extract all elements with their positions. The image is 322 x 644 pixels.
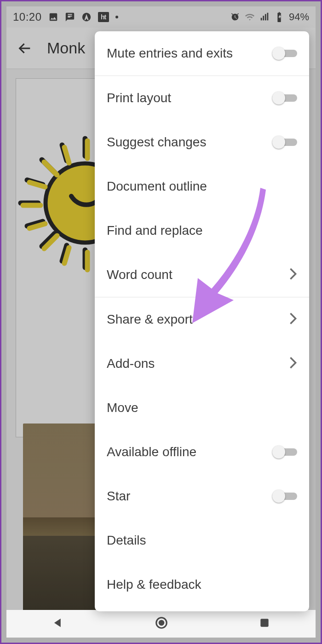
- overflow-menu: Mute entries and exits Print layout Sugg…: [95, 31, 309, 611]
- toggle-offline[interactable]: [272, 446, 297, 458]
- menu-suggest-changes[interactable]: Suggest changes: [95, 120, 309, 164]
- menu-label: Help & feedback: [107, 577, 201, 592]
- menu-move[interactable]: Move: [95, 386, 309, 430]
- menu-label: Find and replace: [107, 223, 203, 238]
- menu-print-layout[interactable]: Print layout: [95, 76, 309, 120]
- toggle-star[interactable]: [272, 490, 297, 503]
- menu-details[interactable]: Details: [95, 518, 309, 563]
- chevron-right-icon: [289, 356, 297, 371]
- toggle-mute[interactable]: [272, 47, 297, 60]
- more-notifications-dot: [115, 16, 118, 18]
- menu-label: Print layout: [107, 91, 171, 105]
- menu-label: Details: [107, 533, 146, 548]
- menu-word-count[interactable]: Word count: [95, 253, 309, 297]
- back-arrow-icon: [17, 41, 33, 56]
- alarm-icon: [230, 12, 240, 22]
- menu-label: Share & export: [107, 312, 193, 327]
- status-time: 10:20: [13, 11, 42, 23]
- menu-label: Star: [107, 489, 130, 504]
- menu-share-export[interactable]: Share & export: [95, 297, 309, 342]
- menu-label: Word count: [107, 267, 172, 282]
- ht-icon: ht: [98, 12, 109, 22]
- toggle-suggest[interactable]: [272, 136, 297, 149]
- menu-label: Move: [107, 400, 138, 415]
- svg-point-28: [159, 620, 165, 626]
- menu-document-outline[interactable]: Document outline: [95, 164, 309, 209]
- menu-addons[interactable]: Add-ons: [95, 342, 309, 386]
- menu-available-offline[interactable]: Available offline: [95, 430, 309, 474]
- svg-line-20: [44, 162, 57, 175]
- menu-label: Suggest changes: [107, 135, 206, 150]
- nav-back-button[interactable]: [52, 616, 64, 631]
- signal-icon: [259, 12, 270, 22]
- menu-label: Available offline: [107, 445, 196, 459]
- nav-home-button[interactable]: [155, 616, 168, 632]
- back-button[interactable]: [11, 35, 39, 62]
- nav-recents-button[interactable]: [259, 617, 270, 631]
- menu-star[interactable]: Star: [95, 474, 309, 518]
- message-icon: [65, 12, 75, 22]
- android-nav-bar: [6, 610, 316, 638]
- app-a-icon: [81, 12, 92, 22]
- battery-percent: 94%: [289, 11, 309, 23]
- toggle-print-layout[interactable]: [272, 92, 297, 104]
- menu-mute-entries[interactable]: Mute entries and exits: [95, 31, 309, 75]
- svg-rect-29: [260, 619, 268, 627]
- wifi-icon: [245, 12, 255, 22]
- battery-icon: [274, 12, 284, 22]
- menu-find-replace[interactable]: Find and replace: [95, 209, 309, 253]
- menu-label: Document outline: [107, 179, 207, 194]
- menu-help-feedback[interactable]: Help & feedback: [95, 563, 309, 607]
- status-bar: 10:20 ht 94%: [6, 6, 316, 28]
- document-title[interactable]: Monk: [47, 39, 85, 57]
- menu-label: Mute entries and exits: [107, 46, 233, 61]
- chevron-right-icon: [289, 267, 297, 282]
- chevron-right-icon: [289, 312, 297, 327]
- image-icon: [48, 12, 58, 22]
- menu-label: Add-ons: [107, 356, 155, 371]
